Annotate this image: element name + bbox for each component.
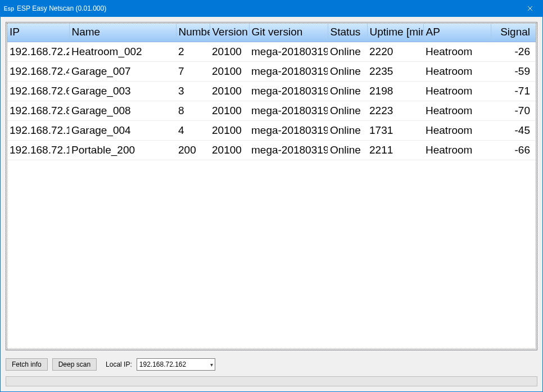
col-header-number[interactable]: Number <box>176 24 210 42</box>
cell-number: 4 <box>176 121 210 141</box>
fetch-info-button[interactable]: Fetch info <box>6 358 48 371</box>
col-header-signal[interactable]: Signal <box>491 24 536 42</box>
cell-signal: -45 <box>491 121 536 141</box>
cell-ap: Heatroom <box>423 82 491 101</box>
cell-git: mega-20180319 <box>249 101 328 121</box>
cell-ap: Heatroom <box>423 62 491 82</box>
cell-name: Heatroom_002 <box>69 42 176 62</box>
titlebar[interactable]: Esp ESP Easy Netscan (0.01.000) <box>0 0 543 17</box>
cell-ip: 192.168.72.83 <box>7 101 69 121</box>
col-header-git[interactable]: Git version <box>249 24 328 42</box>
cell-uptime: 2223 <box>367 101 423 121</box>
close-button[interactable] <box>517 0 543 17</box>
cell-uptime: 2220 <box>367 42 423 62</box>
local-ip-combo[interactable]: ▾ <box>137 358 215 371</box>
col-header-uptime[interactable]: Uptime [min] <box>367 24 423 42</box>
cell-ip: 192.168.72.127 <box>7 141 69 160</box>
cell-ip: 192.168.72.40 <box>7 62 69 82</box>
cell-uptime: 2211 <box>367 141 423 160</box>
window-title: ESP Easy Netscan (0.01.000) <box>17 4 517 12</box>
cell-signal: -59 <box>491 62 536 82</box>
cell-version: 20100 <box>210 141 249 160</box>
cell-status: Online <box>328 141 367 160</box>
cell-ip: 192.168.72.27 <box>7 42 69 62</box>
cell-git: mega-20180319 <box>249 121 328 141</box>
col-header-status[interactable]: Status <box>328 24 367 42</box>
cell-status: Online <box>328 121 367 141</box>
app-icon: Esp <box>4 4 13 13</box>
cell-ap: Heatroom <box>423 101 491 121</box>
cell-ap: Heatroom <box>423 42 491 62</box>
cell-signal: -26 <box>491 42 536 62</box>
cell-version: 20100 <box>210 42 249 62</box>
results-table[interactable]: IP Name Number Version Git version Statu… <box>7 24 536 160</box>
cell-uptime: 1731 <box>367 121 423 141</box>
cell-name: Garage_007 <box>69 62 176 82</box>
cell-name: Garage_004 <box>69 121 176 141</box>
cell-name: Garage_008 <box>69 101 176 121</box>
client-area: IP Name Number Version Git version Statu… <box>0 17 543 392</box>
cell-ap: Heatroom <box>423 121 491 141</box>
controls-bar: Fetch info Deep scan Local IP: ▾ <box>6 350 537 376</box>
cell-signal: -66 <box>491 141 536 160</box>
col-header-ip[interactable]: IP <box>7 24 69 42</box>
cell-number: 2 <box>176 42 210 62</box>
cell-git: mega-20180319 <box>249 62 328 82</box>
cell-number: 3 <box>176 82 210 101</box>
cell-uptime: 2198 <box>367 82 423 101</box>
cell-status: Online <box>328 42 367 62</box>
table-row[interactable]: 192.168.72.64Garage_003320100mega-201803… <box>7 82 536 101</box>
cell-signal: -71 <box>491 82 536 101</box>
cell-version: 20100 <box>210 82 249 101</box>
cell-status: Online <box>328 82 367 101</box>
col-header-ap[interactable]: AP <box>423 24 491 42</box>
cell-version: 20100 <box>210 101 249 121</box>
table-row[interactable]: 192.168.72.103Garage_004420100mega-20180… <box>7 121 536 141</box>
cell-version: 20100 <box>210 62 249 82</box>
col-header-version[interactable]: Version <box>210 24 249 42</box>
results-panel: IP Name Number Version Git version Statu… <box>6 22 537 350</box>
cell-name: Garage_003 <box>69 82 176 101</box>
cell-number: 200 <box>176 141 210 160</box>
cell-version: 20100 <box>210 121 249 141</box>
cell-uptime: 2235 <box>367 62 423 82</box>
cell-ip: 192.168.72.64 <box>7 82 69 101</box>
progress-bar <box>6 376 537 386</box>
cell-number: 7 <box>176 62 210 82</box>
table-row[interactable]: 192.168.72.40Garage_007720100mega-201803… <box>7 62 536 82</box>
table-row[interactable]: 192.168.72.27Heatroom_002220100mega-2018… <box>7 42 536 62</box>
cell-number: 8 <box>176 101 210 121</box>
deep-scan-button[interactable]: Deep scan <box>52 358 97 371</box>
cell-ap: Heatroom <box>423 141 491 160</box>
cell-ip: 192.168.72.103 <box>7 121 69 141</box>
cell-name: Portable_200 <box>69 141 176 160</box>
local-ip-label: Local IP: <box>106 361 132 368</box>
cell-git: mega-20180319 <box>249 42 328 62</box>
cell-status: Online <box>328 101 367 121</box>
table-header-row[interactable]: IP Name Number Version Git version Statu… <box>7 24 536 42</box>
close-icon <box>527 6 533 11</box>
cell-signal: -70 <box>491 101 536 121</box>
table-row[interactable]: 192.168.72.83Garage_008820100mega-201803… <box>7 101 536 121</box>
local-ip-input[interactable] <box>137 358 215 371</box>
cell-git: mega-20180319 <box>249 82 328 101</box>
col-header-name[interactable]: Name <box>69 24 176 42</box>
results-table-wrap: IP Name Number Version Git version Statu… <box>7 23 536 349</box>
table-row[interactable]: 192.168.72.127Portable_20020020100mega-2… <box>7 141 536 160</box>
cell-git: mega-20180319 <box>249 141 328 160</box>
cell-status: Online <box>328 62 367 82</box>
